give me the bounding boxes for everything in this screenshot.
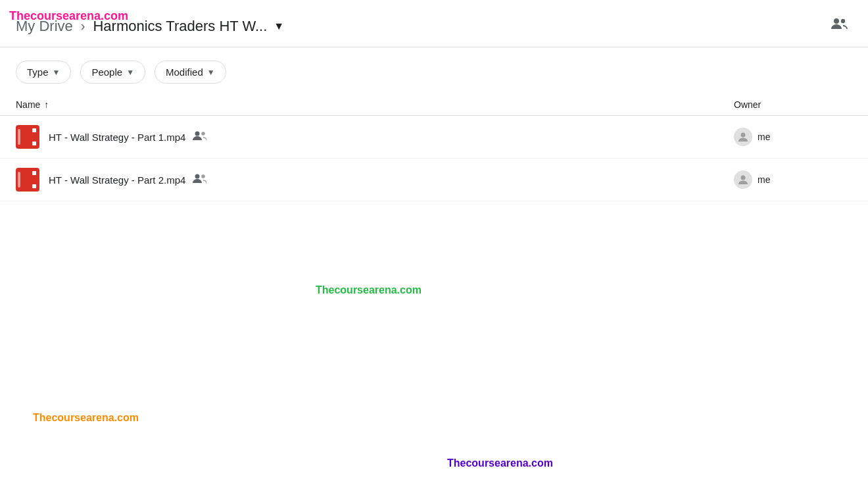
- svg-point-5: [195, 174, 200, 179]
- type-filter-label: Type: [27, 66, 49, 78]
- type-filter-button[interactable]: Type ▼: [16, 61, 71, 84]
- people-filter-caret: ▼: [126, 68, 134, 77]
- file-name-label: HT - Wall Strategy - Part 1.mp4: [49, 132, 185, 143]
- file-name-label: HT - Wall Strategy - Part 2.mp4: [49, 174, 185, 186]
- avatar-icon: [734, 128, 752, 146]
- svg-point-1: [841, 19, 845, 23]
- shared-users-icon: [192, 130, 206, 144]
- owner-area: me: [734, 170, 852, 189]
- people-filter-label: People: [91, 66, 122, 78]
- people-filter-button[interactable]: People ▼: [80, 61, 145, 84]
- film-notch-top: [32, 171, 36, 175]
- breadcrumb-separator: ›: [81, 18, 85, 34]
- name-column-label: Name: [16, 99, 40, 110]
- svg-point-6: [202, 174, 206, 178]
- video-file-icon: [16, 168, 39, 192]
- shared-with-people-button[interactable]: [826, 12, 852, 40]
- svg-point-7: [741, 176, 746, 180]
- header: My Drive › Harmonics Traders HT W... ▼: [0, 0, 868, 47]
- modified-filter-button[interactable]: Modified ▼: [155, 61, 226, 84]
- watermark-bottom-left: Thecoursearena.com: [33, 412, 139, 424]
- breadcrumb-my-drive[interactable]: My Drive: [16, 18, 73, 35]
- table-header: Name ↑ Owner: [0, 94, 868, 116]
- file-name-area: HT - Wall Strategy - Part 1.mp4: [39, 130, 734, 144]
- svg-point-0: [834, 18, 839, 24]
- shared-users-icon: [192, 172, 206, 187]
- owner-column-header: Owner: [734, 99, 852, 110]
- modified-filter-label: Modified: [166, 66, 203, 78]
- svg-point-2: [195, 132, 200, 136]
- owner-area: me: [734, 128, 852, 146]
- table-row[interactable]: HT - Wall Strategy - Part 2.mp4 me: [0, 159, 868, 201]
- current-folder-label: Harmonics Traders HT W...: [93, 18, 267, 35]
- video-file-icon: [16, 125, 39, 149]
- svg-point-3: [202, 132, 206, 136]
- modified-filter-caret: ▼: [207, 68, 215, 77]
- table-row[interactable]: HT - Wall Strategy - Part 1.mp4 me: [0, 116, 868, 159]
- breadcrumb-current-folder: Harmonics Traders HT W... ▼: [93, 18, 287, 35]
- film-notch-bottom: [32, 184, 36, 188]
- owner-label: me: [758, 174, 770, 185]
- svg-point-4: [741, 133, 746, 138]
- people-icon: [830, 16, 848, 32]
- film-notch-top: [32, 128, 36, 132]
- filter-bar: Type ▼ People ▼ Modified ▼: [0, 47, 868, 94]
- folder-dropdown-button[interactable]: ▼: [271, 19, 287, 34]
- avatar-icon: [734, 170, 752, 189]
- owner-label: me: [758, 132, 770, 142]
- sort-arrow-icon: ↑: [44, 99, 49, 110]
- watermark-bottom-right: Thecoursearena.com: [447, 457, 553, 469]
- name-column-header[interactable]: Name ↑: [16, 99, 734, 110]
- file-name-area: HT - Wall Strategy - Part 2.mp4: [39, 172, 734, 187]
- type-filter-caret: ▼: [53, 68, 60, 77]
- film-notch-bottom: [32, 142, 36, 145]
- watermark-mid: Thecoursearena.com: [316, 284, 422, 296]
